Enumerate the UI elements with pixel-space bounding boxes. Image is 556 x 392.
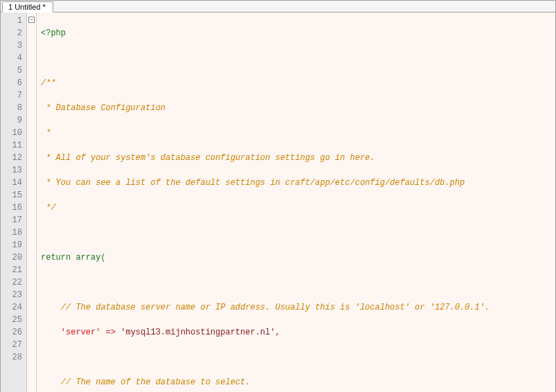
code-token: , — [275, 328, 280, 337]
code-token — [41, 328, 61, 337]
line-number: 18 — [1, 226, 22, 239]
line-number: 4 — [1, 52, 22, 64]
code-token: /** — [41, 78, 56, 88]
line-number: 15 — [1, 189, 22, 202]
code-token: * — [41, 128, 51, 138]
line-number: 28 — [1, 351, 22, 364]
code-line — [41, 276, 555, 289]
code-line: */ — [41, 202, 555, 214]
code-line: * Database Configuration — [41, 102, 555, 114]
code-token: 'mysql13.mijnhostingpartner.nl' — [120, 328, 275, 337]
line-number: 22 — [1, 276, 22, 289]
code-line — [41, 226, 555, 239]
code-token: return — [41, 253, 71, 262]
code-token: */ — [41, 203, 56, 213]
code-token: => — [100, 328, 120, 337]
line-number: 8 — [1, 102, 22, 114]
code-line — [41, 52, 555, 64]
editor-window: 1 Untitled * 1 2 3 4 5 6 7 8 9 10 11 12 … — [0, 0, 556, 392]
code-token: array( — [71, 253, 105, 262]
code-token: <?php — [41, 28, 66, 38]
tab-bar: 1 Untitled * — [1, 1, 555, 12]
line-number: 9 — [1, 114, 22, 127]
line-number: 13 — [1, 164, 22, 177]
code-line: // The name of the database to select. — [41, 376, 555, 389]
line-number-gutter: 1 2 3 4 5 6 7 8 9 10 11 12 13 14 15 16 1… — [1, 12, 27, 392]
code-token: * All of your system's database configur… — [41, 153, 375, 163]
code-token: * You can see a list of the default sett… — [41, 178, 465, 188]
code-token: // The name of the database to select. — [41, 377, 250, 387]
line-number: 3 — [1, 39, 22, 52]
line-number: 6 — [1, 77, 22, 89]
line-number: 7 — [1, 89, 22, 102]
code-token: 'server' — [61, 328, 101, 337]
line-number: 26 — [1, 326, 22, 339]
line-number: 1 — [1, 15, 22, 27]
line-number: 14 — [1, 177, 22, 189]
code-line: <?php — [41, 27, 555, 39]
fold-gutter: − — [27, 12, 37, 392]
line-number: 19 — [1, 239, 22, 251]
code-line: // The database server name or IP addres… — [41, 301, 555, 314]
code-token: * Database Configuration — [41, 103, 165, 113]
line-number: 5 — [1, 64, 22, 77]
code-area[interactable]: <?php /** * Database Configuration * * A… — [37, 12, 555, 392]
line-number: 20 — [1, 251, 22, 264]
line-number: 21 — [1, 264, 22, 276]
code-line: * — [41, 127, 555, 139]
fold-toggle-icon[interactable]: − — [28, 17, 35, 23]
line-number: 10 — [1, 127, 22, 139]
code-line: * You can see a list of the default sett… — [41, 177, 555, 189]
line-number: 11 — [1, 139, 22, 152]
line-number: 23 — [1, 289, 22, 301]
line-number: 25 — [1, 314, 22, 326]
code-line — [41, 351, 555, 364]
tab-untitled[interactable]: 1 Untitled * — [2, 1, 53, 12]
line-number: 24 — [1, 301, 22, 314]
line-number: 2 — [1, 27, 22, 39]
code-line: 'server' => 'mysql13.mijnhostingpartner.… — [41, 326, 555, 339]
code-token: // The database server name or IP addres… — [41, 303, 490, 312]
code-line: * All of your system's database configur… — [41, 152, 555, 164]
code-line: return array( — [41, 251, 555, 264]
line-number: 16 — [1, 202, 22, 214]
editor-area[interactable]: 1 2 3 4 5 6 7 8 9 10 11 12 13 14 15 16 1… — [1, 12, 555, 392]
line-number: 12 — [1, 152, 22, 164]
line-number: 27 — [1, 339, 22, 351]
code-line: /** — [41, 77, 555, 89]
line-number: 17 — [1, 214, 22, 226]
